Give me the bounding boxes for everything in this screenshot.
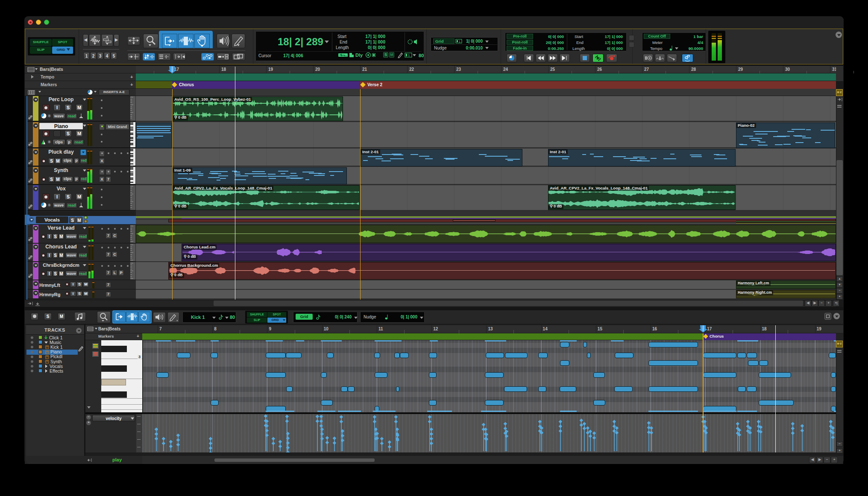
svg-text:1: 1: [408, 53, 410, 57]
